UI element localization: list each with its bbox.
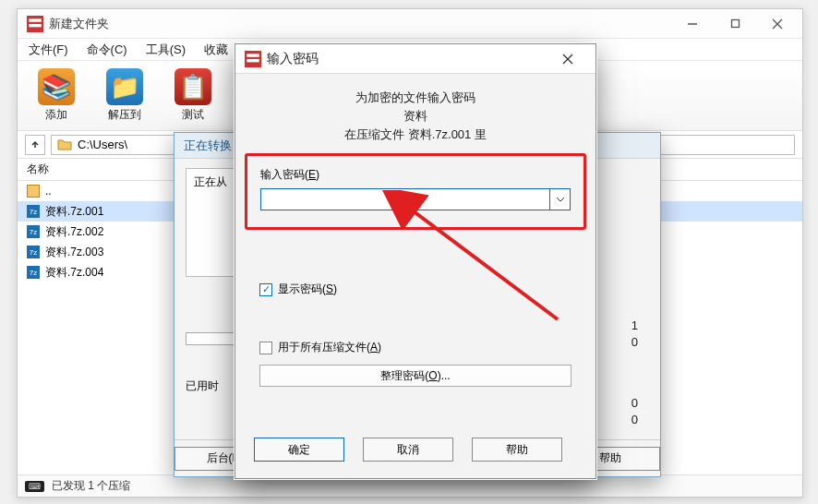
help-button[interactable]: 帮助 <box>472 438 562 462</box>
password-dialog-titlebar: 输入密码 <box>235 44 595 74</box>
main-titlebar: 新建文件夹 <box>18 9 802 39</box>
password-header-line1: 为加密的文件输入密码 <box>235 89 595 107</box>
svg-rect-8 <box>247 54 259 56</box>
password-header-line3: 在压缩文件 资料.7z.001 里 <box>235 126 595 144</box>
tool-extract[interactable]: 📁 解压到 <box>99 68 150 123</box>
password-input[interactable] <box>260 188 550 210</box>
checkbox-checked-icon: ✓ <box>259 283 272 296</box>
archive-test-icon: 📋 <box>174 68 211 105</box>
winrar-icon <box>245 51 261 67</box>
row-name: .. <box>45 185 52 198</box>
elapsed-label: 已用时 <box>186 378 241 394</box>
svg-rect-2 <box>29 24 42 27</box>
menu-file[interactable]: 文件(F) <box>25 40 72 60</box>
row-name: 资料.7z.003 <box>45 245 103 260</box>
keyboard-icon: ⌨ <box>25 481 44 492</box>
tool-test[interactable]: 📋 测试 <box>167 68 219 123</box>
svg-rect-4 <box>731 20 739 28</box>
password-dialog-title: 输入密码 <box>267 51 319 67</box>
row-name: 资料.7z.001 <box>45 204 103 220</box>
archive-icon: 7z <box>27 205 40 218</box>
tool-extract-label: 解压到 <box>108 107 141 123</box>
password-header-line2: 资料 <box>235 107 595 126</box>
close-button[interactable] <box>756 11 799 37</box>
password-header: 为加密的文件输入密码 资料 在压缩文件 资料.7z.001 里 <box>235 74 595 153</box>
tool-test-label: 测试 <box>182 107 204 123</box>
close-icon[interactable] <box>549 46 586 72</box>
menu-tools[interactable]: 工具(S) <box>142 40 189 60</box>
nav-up-button[interactable] <box>25 135 45 155</box>
path-text: C:\Users\ <box>78 138 127 151</box>
row-name: 资料.7z.002 <box>45 224 103 240</box>
column-name[interactable]: 名称 <box>27 162 49 177</box>
svg-rect-9 <box>247 59 259 62</box>
show-password-check[interactable]: ✓ 显示密码(S) <box>259 282 595 297</box>
folder-icon <box>57 138 72 152</box>
main-window-title: 新建文件夹 <box>49 16 109 32</box>
row-name: 资料.7z.004 <box>45 265 103 281</box>
menu-command[interactable]: 命令(C) <box>83 40 131 60</box>
checkbox-unchecked-icon: ✓ <box>259 342 272 354</box>
tool-add-label: 添加 <box>45 107 67 123</box>
minimize-button[interactable] <box>671 11 714 37</box>
archive-icon: 7z <box>27 266 40 279</box>
cancel-button[interactable]: 取消 <box>363 438 453 462</box>
ok-button[interactable]: 确定 <box>254 438 344 462</box>
maximize-button[interactable] <box>714 11 756 37</box>
archive-icon: 7z <box>27 246 40 258</box>
password-dialog: 输入密码 为加密的文件输入密码 资料 在压缩文件 资料.7z.001 里 输入密… <box>235 43 596 479</box>
archive-icon: 7z <box>27 225 40 238</box>
tool-add[interactable]: 📚 添加 <box>30 68 82 123</box>
chevron-down-icon <box>557 198 564 202</box>
folder-up-icon <box>27 185 40 198</box>
extracting-info-text: 正在从 <box>194 175 227 188</box>
archive-extract-icon: 📁 <box>106 68 143 105</box>
password-highlight-frame: 输入密码(E) <box>245 153 586 230</box>
password-input-label: 输入密码(E) <box>260 167 571 183</box>
password-dropdown-button[interactable] <box>550 188 571 210</box>
show-password-label: 显示密码(S) <box>278 282 337 297</box>
use-for-all-check[interactable]: ✓ 用于所有压缩文件(A) <box>259 340 595 355</box>
archive-add-icon: 📚 <box>38 68 75 105</box>
manage-passwords-button[interactable]: 整理密码(O)... <box>259 365 571 387</box>
status-text: 已发现 1 个压缩 <box>52 478 130 494</box>
winrar-icon <box>27 16 43 32</box>
menu-fav[interactable]: 收藏 <box>200 40 232 60</box>
svg-rect-1 <box>29 18 42 21</box>
use-for-all-label: 用于所有压缩文件(A) <box>278 340 381 355</box>
